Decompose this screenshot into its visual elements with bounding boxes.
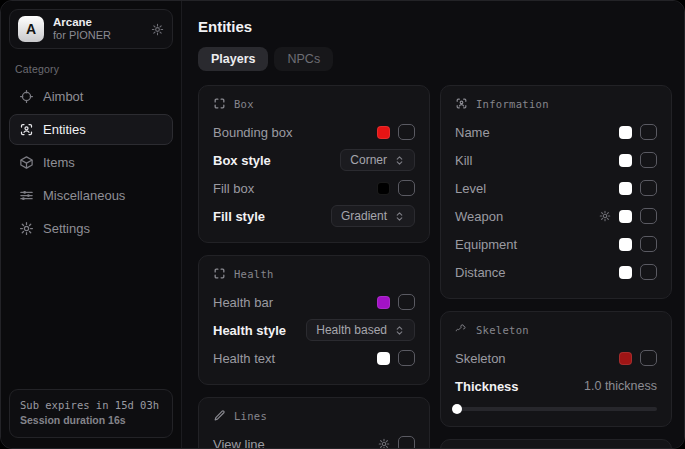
sidebar: A Arcane for PIONER Category Aimbot bbox=[1, 1, 182, 448]
bounding-box-row: Bounding box bbox=[213, 118, 415, 146]
row-label: Distance bbox=[455, 265, 506, 280]
row-settings-gear-icon[interactable] bbox=[378, 438, 390, 448]
color-swatch[interactable] bbox=[377, 352, 390, 365]
skeleton-row: Skeleton bbox=[455, 344, 657, 372]
sidebar-item-settings[interactable]: Settings bbox=[9, 213, 173, 244]
color-swatch[interactable] bbox=[619, 352, 632, 365]
kill-row: Kill bbox=[455, 146, 657, 174]
sub-expiry-text: Sub expires in 15d 03h bbox=[20, 398, 162, 414]
box-style-row: Box style Corner bbox=[213, 146, 415, 174]
row-label: Fill box bbox=[213, 181, 254, 196]
row-label: Health style bbox=[213, 323, 286, 338]
row-label: Level bbox=[455, 181, 486, 196]
view-line-row: View line bbox=[213, 430, 415, 448]
sliders-icon bbox=[19, 188, 34, 203]
color-swatch[interactable] bbox=[377, 126, 390, 139]
row-label: Kill bbox=[455, 153, 472, 168]
brand-text: Arcane for PIONER bbox=[53, 16, 142, 42]
pencil-icon bbox=[213, 409, 226, 422]
row-label: Equipment bbox=[455, 237, 517, 252]
gear-icon bbox=[19, 221, 34, 236]
slider-thumb[interactable] bbox=[452, 404, 462, 414]
weapon-row: Weapon bbox=[455, 202, 657, 230]
settings-gear-icon[interactable] bbox=[151, 23, 164, 36]
tab-bar: Players NPCs bbox=[198, 47, 672, 71]
category-label: Category bbox=[15, 63, 167, 75]
bounding-box-checkbox[interactable] bbox=[398, 124, 415, 140]
tab-npcs[interactable]: NPCs bbox=[274, 47, 333, 71]
fill-box-checkbox[interactable] bbox=[398, 180, 415, 196]
app-logo: A bbox=[18, 16, 44, 42]
color-swatch[interactable] bbox=[377, 296, 390, 309]
person-scan-icon bbox=[19, 122, 34, 137]
page-title: Entities bbox=[198, 18, 672, 35]
color-swatch[interactable] bbox=[619, 238, 632, 251]
skeleton-card: Skeleton Skeleton Thickness 1.0 thicknes… bbox=[440, 311, 672, 427]
box-style-dropdown[interactable]: Corner bbox=[340, 149, 415, 171]
row-label: Bounding box bbox=[213, 125, 293, 140]
row-label: Thickness bbox=[455, 379, 519, 394]
information-card: Information Name Kill bbox=[440, 85, 672, 299]
sidebar-item-label: Miscellaneous bbox=[43, 188, 125, 203]
row-label: Box style bbox=[213, 153, 271, 168]
thickness-slider[interactable] bbox=[455, 404, 657, 414]
distance-checkbox[interactable] bbox=[640, 264, 657, 280]
color-swatch[interactable] bbox=[619, 126, 632, 139]
card-title: Lines bbox=[234, 410, 267, 422]
level-checkbox[interactable] bbox=[640, 180, 657, 196]
slider-track bbox=[455, 407, 657, 411]
health-card-header: Health bbox=[213, 267, 415, 280]
health-text-row: Health text bbox=[213, 344, 415, 372]
row-settings-gear-icon[interactable] bbox=[599, 210, 611, 222]
dropdown-value: Corner bbox=[350, 153, 387, 167]
card-title: Information bbox=[476, 98, 549, 110]
color-swatch[interactable] bbox=[619, 210, 632, 223]
sidebar-item-items[interactable]: Items bbox=[9, 147, 173, 178]
health-text-checkbox[interactable] bbox=[398, 350, 415, 366]
row-label: View line bbox=[213, 437, 265, 449]
sidebar-item-entities[interactable]: Entities bbox=[9, 114, 173, 145]
dropdown-value: Health based bbox=[316, 323, 387, 337]
app-window: A Arcane for PIONER Category Aimbot bbox=[0, 0, 685, 449]
sidebar-item-label: Aimbot bbox=[43, 89, 83, 104]
app-tagline: for PIONER bbox=[53, 29, 142, 42]
dropdown-value: Gradient bbox=[341, 209, 387, 223]
main-content: Entities Players NPCs Box Bounding box bbox=[182, 1, 684, 448]
sidebar-item-aimbot[interactable]: Aimbot bbox=[9, 81, 173, 112]
health-bar-checkbox[interactable] bbox=[398, 294, 415, 310]
fill-style-row: Fill style Gradient bbox=[213, 202, 415, 230]
bone-icon bbox=[455, 323, 468, 336]
row-label: Fill style bbox=[213, 209, 265, 224]
thickness-value: 1.0 thickness bbox=[584, 379, 657, 393]
view-line-checkbox[interactable] bbox=[398, 436, 415, 448]
general-card: General Visibility check Max distance bbox=[440, 439, 672, 448]
package-icon bbox=[19, 155, 34, 170]
equipment-row: Equipment bbox=[455, 230, 657, 258]
sidebar-item-label: Entities bbox=[43, 122, 86, 137]
sidebar-item-label: Settings bbox=[43, 221, 90, 236]
fill-style-dropdown[interactable]: Gradient bbox=[331, 205, 415, 227]
row-label: Name bbox=[455, 125, 490, 140]
health-bar-row: Health bar bbox=[213, 288, 415, 316]
tab-players[interactable]: Players bbox=[198, 47, 268, 71]
color-swatch[interactable] bbox=[619, 182, 632, 195]
health-card: Health Health bar Health style Health ba… bbox=[198, 255, 430, 385]
row-label: Skeleton bbox=[455, 351, 506, 366]
sidebar-item-miscellaneous[interactable]: Miscellaneous bbox=[9, 180, 173, 211]
weapon-checkbox[interactable] bbox=[640, 208, 657, 224]
person-scan-icon bbox=[455, 97, 468, 110]
equipment-checkbox[interactable] bbox=[640, 236, 657, 252]
kill-checkbox[interactable] bbox=[640, 152, 657, 168]
name-checkbox[interactable] bbox=[640, 124, 657, 140]
color-swatch[interactable] bbox=[619, 266, 632, 279]
brand-card: A Arcane for PIONER bbox=[9, 9, 173, 49]
skeleton-checkbox[interactable] bbox=[640, 350, 657, 366]
chevrons-up-down-icon bbox=[394, 211, 405, 222]
row-label: Health bar bbox=[213, 295, 273, 310]
box-card-header: Box bbox=[213, 97, 415, 110]
sidebar-item-label: Items bbox=[43, 155, 75, 170]
color-swatch[interactable] bbox=[377, 182, 390, 195]
health-style-row: Health style Health based bbox=[213, 316, 415, 344]
color-swatch[interactable] bbox=[619, 154, 632, 167]
health-style-dropdown[interactable]: Health based bbox=[306, 319, 415, 341]
